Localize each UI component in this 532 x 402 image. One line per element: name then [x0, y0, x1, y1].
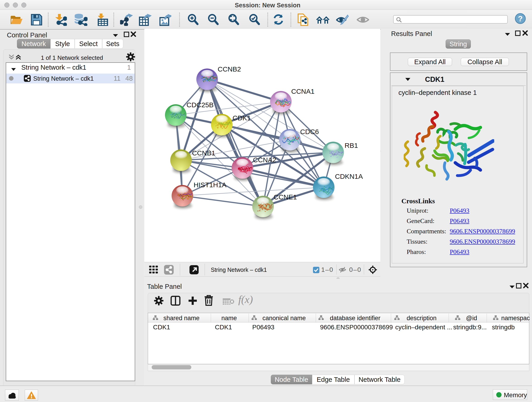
svg-text:HIST1H1A: HIST1H1A: [194, 181, 226, 189]
svg-text:CDKN1A: CDKN1A: [335, 172, 363, 180]
svg-text:CCNB1: CCNB1: [192, 149, 215, 157]
svg-text:CDC25B: CDC25B: [186, 101, 214, 109]
svg-text:RB1: RB1: [345, 142, 358, 149]
svg-text:CDC6: CDC6: [300, 128, 319, 135]
svg-text:CCNE1: CCNE1: [273, 193, 297, 201]
svg-text:CCNA2: CCNA2: [253, 156, 276, 164]
svg-text:CCNA1: CCNA1: [291, 88, 315, 95]
svg-text:CCNB2: CCNB2: [218, 65, 241, 73]
svg-text:?: ?: [518, 14, 523, 23]
svg-text:CDK1: CDK1: [233, 114, 251, 122]
